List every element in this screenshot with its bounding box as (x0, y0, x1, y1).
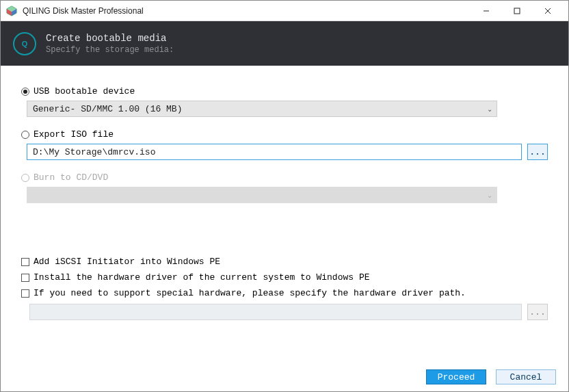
chevron-down-icon: ⌄ (487, 105, 492, 113)
close-button[interactable] (532, 1, 563, 21)
check-hwdriver-label: Install the hardware driver of the curre… (34, 272, 369, 283)
usb-device-value: Generic- SD/MMC 1.00 (16 MB) (33, 104, 182, 114)
titlebar: QILING Disk Master Professional (1, 1, 568, 21)
check-specialhw-row[interactable]: If you need to support special hardware,… (21, 288, 548, 298)
checkbox-iscsi[interactable] (21, 258, 29, 266)
checkbox-specialhw[interactable] (21, 289, 29, 298)
header-title: Create bootable media (46, 33, 174, 44)
app-logo-icon (6, 5, 17, 16)
cddvd-dropdown: ⌄ (27, 187, 497, 203)
radio-iso[interactable] (21, 131, 29, 139)
driver-path-input (29, 304, 522, 320)
maximize-button[interactable] (501, 1, 532, 21)
svg-rect-5 (514, 8, 520, 14)
radio-cddvd (21, 174, 29, 182)
option-usb-label: USB bootable device (34, 86, 135, 96)
cancel-button[interactable]: Cancel (496, 369, 556, 384)
option-cddvd: Burn to CD/DVD (21, 172, 548, 183)
header-icon: Q (13, 32, 36, 55)
chevron-down-icon: ⌄ (487, 192, 492, 199)
checkbox-hwdriver[interactable] (21, 274, 29, 282)
content: USB bootable device Generic- SD/MMC 1.00… (1, 66, 568, 320)
radio-usb[interactable] (21, 88, 29, 96)
iso-path-value: D:\My Storage\dmrcv.iso (33, 147, 155, 157)
option-usb[interactable]: USB bootable device (21, 86, 548, 96)
check-specialhw-label: If you need to support special hardware,… (34, 288, 466, 298)
header-subtitle: Specify the storage media: (46, 45, 174, 55)
minimize-button[interactable] (471, 1, 501, 21)
iso-path-input[interactable]: D:\My Storage\dmrcv.iso (27, 144, 522, 160)
footer: Proceed Cancel (1, 363, 568, 391)
check-iscsi-row[interactable]: Add iSCSI Initiator into Windows PE (21, 257, 548, 267)
window-title: QILING Disk Master Professional (23, 6, 471, 16)
usb-device-dropdown[interactable]: Generic- SD/MMC 1.00 (16 MB) ⌄ (27, 101, 497, 117)
option-iso-label: Export ISO file (34, 129, 114, 140)
check-iscsi-label: Add iSCSI Initiator into Windows PE (34, 257, 220, 267)
option-cddvd-label: Burn to CD/DVD (34, 172, 108, 183)
page-header: Q Create bootable media Specify the stor… (1, 21, 568, 66)
proceed-button[interactable]: Proceed (426, 369, 486, 384)
driver-browse-button: ... (527, 304, 548, 320)
iso-browse-button[interactable]: ... (527, 144, 548, 160)
option-iso[interactable]: Export ISO file (21, 129, 548, 140)
check-hwdriver-row[interactable]: Install the hardware driver of the curre… (21, 272, 548, 283)
